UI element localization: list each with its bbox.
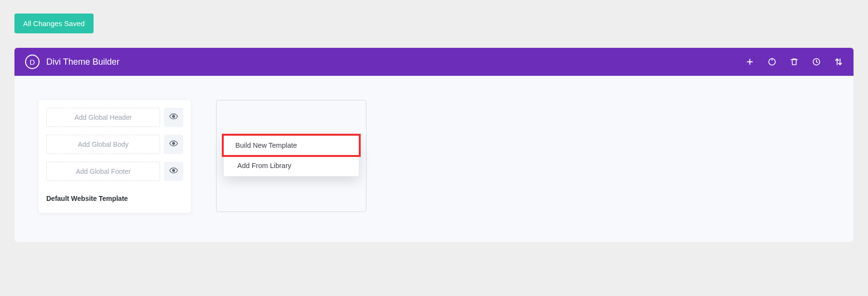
trash-icon[interactable] bbox=[790, 57, 799, 66]
eye-icon bbox=[169, 166, 178, 177]
add-template-popup: Build New Template Add From Library bbox=[224, 136, 359, 176]
all-changes-saved-button[interactable]: All Changes Saved bbox=[14, 14, 94, 33]
svg-point-7 bbox=[173, 115, 175, 118]
eye-icon bbox=[169, 112, 178, 123]
template-name-label: Default Website Template bbox=[46, 195, 183, 202]
add-global-header-slot[interactable]: Add Global Header bbox=[46, 108, 160, 127]
svg-point-8 bbox=[173, 142, 175, 145]
add-template-card[interactable]: Build New Template Add From Library bbox=[216, 100, 366, 212]
add-icon[interactable] bbox=[746, 57, 754, 66]
portability-icon[interactable] bbox=[768, 57, 776, 66]
eye-icon bbox=[169, 139, 178, 150]
add-global-body-slot[interactable]: Add Global Body bbox=[46, 135, 160, 154]
visibility-toggle-body[interactable] bbox=[164, 135, 183, 154]
default-template-card: Add Global Header Add Global Body Add Gl… bbox=[39, 100, 191, 213]
history-icon[interactable] bbox=[812, 57, 821, 66]
panel-header: D Divi Theme Builder bbox=[14, 48, 854, 76]
build-new-template-option[interactable]: Build New Template bbox=[222, 134, 361, 157]
svg-point-9 bbox=[173, 169, 175, 172]
visibility-toggle-footer[interactable] bbox=[164, 162, 183, 181]
panel-body: Add Global Header Add Global Body Add Gl… bbox=[14, 76, 854, 242]
add-from-library-option[interactable]: Add From Library bbox=[224, 157, 359, 176]
visibility-toggle-header[interactable] bbox=[164, 108, 183, 127]
divi-logo-icon: D bbox=[25, 55, 40, 69]
add-global-footer-slot[interactable]: Add Global Footer bbox=[46, 162, 160, 181]
page-title: Divi Theme Builder bbox=[46, 57, 746, 67]
toolbar bbox=[746, 57, 843, 66]
theme-builder-panel: D Divi Theme Builder Add Global Header bbox=[14, 48, 854, 242]
sort-icon[interactable] bbox=[834, 57, 843, 66]
